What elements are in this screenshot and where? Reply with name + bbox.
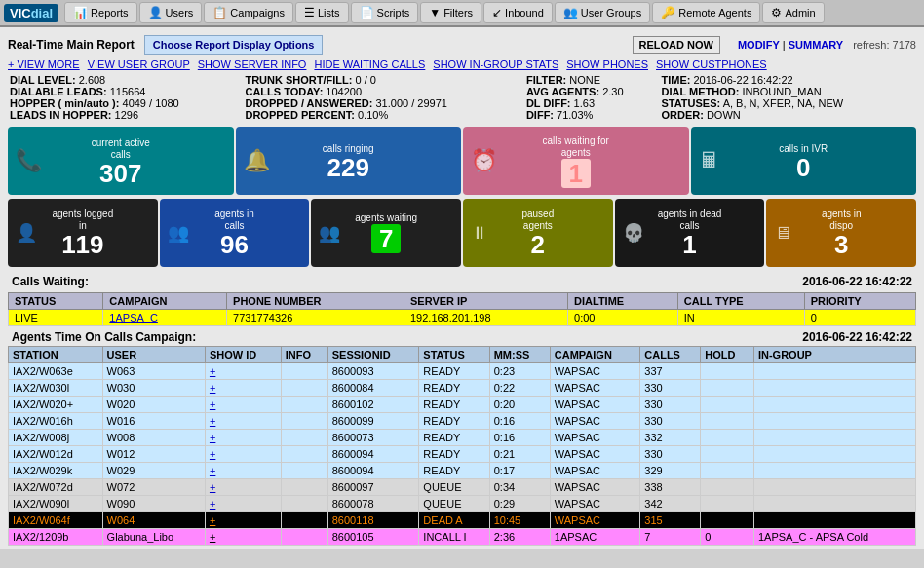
- calls-waiting-label: calls waiting foragents: [543, 135, 609, 159]
- order-label: ORDER:: [661, 109, 703, 121]
- col-campaign: CAMPAIGN: [550, 347, 640, 363]
- session-cell: 8600118: [327, 512, 419, 529]
- statuses-label: STATUSES:: [661, 97, 720, 109]
- user-cell: W090: [102, 496, 205, 512]
- summary-link[interactable]: SUMMARY: [789, 39, 843, 51]
- stat-dispo-agents[interactable]: 🖥 agents indispo 3: [766, 199, 916, 267]
- show-server-info-link[interactable]: SHOW SERVER INFO: [198, 58, 307, 70]
- list-item[interactable]: IAX2/W029k W029 + 8600094 READY 0:17 WAP…: [9, 463, 916, 479]
- nav-campaigns[interactable]: 📋 Campaigns: [204, 2, 293, 23]
- hold-cell: [701, 479, 754, 496]
- agent-icon: 👤: [16, 222, 37, 244]
- calls-waiting-datetime: 2016-06-22 16:42:22: [802, 275, 912, 288]
- list-item[interactable]: IAX2/W063e W063 + 8600093 READY 0:23 WAP…: [9, 363, 916, 380]
- list-item[interactable]: IAX2/W090l W090 + 8600078 QUEUE 0:29 WAP…: [9, 496, 916, 512]
- time-value: 2016-06-22 16:42:22: [693, 74, 792, 86]
- col-server-ip: SERVER IP: [404, 293, 567, 310]
- ingroup-cell: [753, 397, 915, 413]
- avg-agents-label: AVG AGENTS:: [526, 86, 599, 97]
- show-id-cell[interactable]: +: [205, 413, 281, 430]
- stat-calls-ivr[interactable]: 🖩 calls in IVR 0: [691, 127, 917, 195]
- session-cell: 8600094: [327, 463, 419, 479]
- user-cell: W072: [102, 479, 205, 496]
- trunk-short-label: TRUNK SHORT/FILL:: [245, 74, 352, 86]
- hide-waiting-calls-link[interactable]: HIDE WAITING CALLS: [314, 58, 425, 70]
- table-row[interactable]: LIVE 1APSA_C 7731774326 192.168.201.198 …: [9, 310, 916, 326]
- reload-button[interactable]: RELOAD NOW: [633, 36, 720, 54]
- inbound-icon: ↙: [492, 6, 502, 19]
- stat-dead-calls[interactable]: 💀 agents in deadcalls 1: [615, 199, 765, 267]
- hold-cell: [701, 430, 754, 446]
- show-custphones-link[interactable]: SHOW CUSTPHONES: [656, 58, 767, 70]
- nav-remoteagents[interactable]: 🔑 Remote Agents: [652, 2, 760, 23]
- show-id-cell[interactable]: +: [205, 479, 281, 496]
- list-item[interactable]: IAX2/1209b Glabuna_Libo + 8600105 INCALL…: [9, 529, 916, 546]
- mmss-cell: 10:45: [489, 512, 550, 529]
- nav-usergroups[interactable]: 👥 User Groups: [555, 2, 650, 23]
- info-cell: [281, 397, 327, 413]
- modify-link[interactable]: MODIFY: [738, 39, 780, 51]
- show-id-cell[interactable]: +: [205, 363, 281, 380]
- filter-value: NONE: [569, 74, 600, 86]
- list-item[interactable]: IAX2/W072d W072 + 8600097 QUEUE 0:34 WAP…: [9, 479, 916, 496]
- view-user-group-link[interactable]: VIEW USER GROUP: [88, 58, 190, 70]
- station-cell: IAX2/W030l: [9, 380, 103, 397]
- campaign-cell: WAPSAC: [550, 430, 640, 446]
- show-ingroup-stats-link[interactable]: SHOW IN-GROUP STATS: [433, 58, 558, 70]
- nav-filters[interactable]: ▼ Filters: [420, 2, 481, 23]
- stat-calls-waiting[interactable]: ⏰ calls waiting foragents 1: [463, 127, 689, 195]
- dispo-icon: 🖥: [774, 223, 791, 244]
- list-item[interactable]: IAX2/W012d W012 + 8600094 READY 0:21 WAP…: [9, 446, 916, 463]
- stat-calls-ringing[interactable]: 🔔 calls ringing 229: [236, 127, 462, 195]
- show-id-cell[interactable]: +: [205, 529, 281, 546]
- mmss-cell: 0:34: [489, 479, 550, 496]
- show-id-cell[interactable]: +: [205, 496, 281, 512]
- status-cell: LIVE: [9, 310, 103, 326]
- mmss-cell: 0:21: [489, 446, 550, 463]
- session-cell: 8600078: [327, 496, 419, 512]
- list-item[interactable]: IAX2/W020+ W020 + 8600102 READY 0:20 WAP…: [9, 397, 916, 413]
- show-phones-link[interactable]: SHOW PHONES: [566, 58, 648, 70]
- nav-users[interactable]: 👤 Users: [139, 2, 203, 23]
- col-ingroup: IN-GROUP: [753, 347, 915, 363]
- nav-reports[interactable]: 📊 Reports: [64, 2, 137, 23]
- stat-paused-agents[interactable]: ⏸ pausedagents 2: [463, 199, 613, 267]
- dropped-pct-label: DROPPED PERCENT:: [245, 109, 354, 121]
- stat-active-calls[interactable]: 📞 current activecalls 307: [8, 127, 234, 195]
- nav-admin[interactable]: ⚙ Admin: [762, 2, 824, 23]
- show-id-cell[interactable]: +: [205, 512, 281, 529]
- dropped-value: 31.000 / 29971: [376, 97, 447, 109]
- show-id-cell[interactable]: +: [205, 380, 281, 397]
- show-id-cell[interactable]: +: [205, 446, 281, 463]
- stat-agents-waiting[interactable]: 👥 agents waiting 7: [311, 199, 461, 267]
- agents-title: Agents Time On Calls Campaign:: [12, 330, 196, 344]
- list-item[interactable]: IAX2/W030l W030 + 8600084 READY 0:22 WAP…: [9, 380, 916, 397]
- dialable-leads-label: DIALABLE LEADS:: [10, 86, 107, 97]
- stat-agents-calls[interactable]: 👥 agents incalls 96: [160, 199, 310, 267]
- dial-level-label: DIAL LEVEL:: [10, 74, 76, 86]
- col-hold: HOLD: [701, 347, 754, 363]
- stat-agents-logged[interactable]: 👤 agents loggedin 119: [8, 199, 158, 267]
- info-cell: [281, 479, 327, 496]
- col-mmss: MM:SS: [489, 347, 550, 363]
- stats-row-2: 👤 agents loggedin 119 👥 agents incalls 9…: [4, 199, 920, 271]
- priority-cell: 0: [804, 310, 915, 326]
- list-item[interactable]: IAX2/W064f W064 + 8600118 DEAD A 10:45 W…: [9, 512, 916, 529]
- hold-cell: [701, 496, 754, 512]
- user-cell: W016: [102, 413, 205, 430]
- info-cell: [281, 446, 327, 463]
- choose-report-button[interactable]: Choose Report Display Options: [144, 35, 324, 55]
- info-cell: [281, 430, 327, 446]
- phone-icon: 📞: [16, 148, 42, 173]
- view-more-link[interactable]: + VIEW MORE: [8, 58, 80, 70]
- nav-lists[interactable]: ☰ Lists: [295, 2, 349, 23]
- list-item[interactable]: IAX2/W008j W008 + 8600073 READY 0:16 WAP…: [9, 430, 916, 446]
- list-item[interactable]: IAX2/W016h W016 + 8600099 READY 0:16 WAP…: [9, 413, 916, 430]
- show-id-cell[interactable]: +: [205, 430, 281, 446]
- show-id-cell[interactable]: +: [205, 463, 281, 479]
- campaign-cell[interactable]: 1APSA_C: [103, 310, 227, 326]
- nav-inbound[interactable]: ↙ Inbound: [483, 2, 553, 23]
- show-id-cell[interactable]: +: [205, 397, 281, 413]
- nav-scripts[interactable]: 📄 Scripts: [351, 2, 419, 23]
- remoteagents-icon: 🔑: [661, 6, 675, 19]
